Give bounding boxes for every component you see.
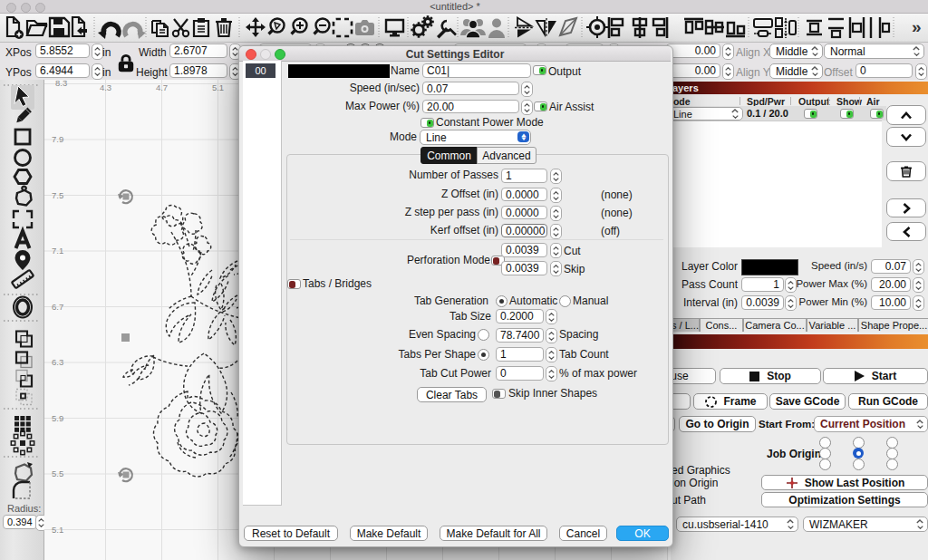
svg-text:5.1: 5.1 xyxy=(52,525,63,535)
svg-text:7.5: 7.5 xyxy=(52,190,63,200)
svg-text:4.7: 4.7 xyxy=(156,82,168,92)
svg-text:6.7: 6.7 xyxy=(52,302,63,312)
svg-text:7.9: 7.9 xyxy=(52,134,63,144)
svg-text:4.3: 4.3 xyxy=(100,82,111,92)
svg-text:7.1: 7.1 xyxy=(52,246,63,256)
svg-text:6.3: 6.3 xyxy=(52,357,63,367)
svg-text:»: » xyxy=(912,17,922,36)
svg-text:5.1: 5.1 xyxy=(212,82,224,92)
svg-text:5.5: 5.5 xyxy=(52,468,63,478)
svg-text:8.3: 8.3 xyxy=(55,80,67,88)
svg-text:5.9: 5.9 xyxy=(52,413,63,423)
